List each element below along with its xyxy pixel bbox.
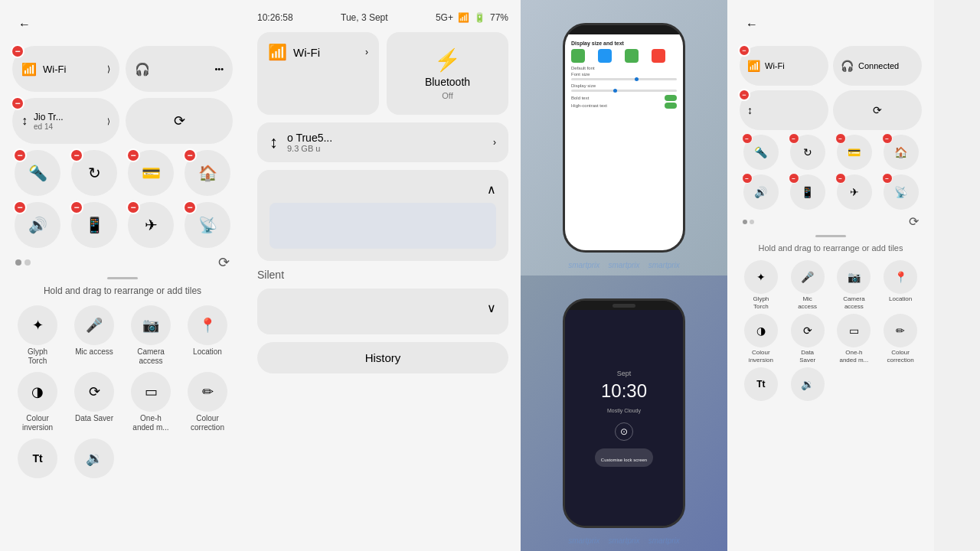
chevron-down-icon[interactable]: ∨ — [487, 301, 496, 315]
p4-camera-tile[interactable]: 📷 — [837, 260, 871, 294]
p4-airplane-tile[interactable]: − ✈ — [837, 174, 872, 210]
chevron-up-icon[interactable]: ∧ — [487, 182, 496, 197]
airplane-tile[interactable]: − ✈ — [128, 202, 174, 248]
p4-mic-icon: 🎤 — [801, 271, 814, 283]
p4-volume-tile[interactable]: − 🔊 — [743, 174, 779, 210]
phone-screen-bottom: Sept 10:30 Mostly Cloudy ⊙ Customise loc… — [565, 310, 683, 526]
remove-volume[interactable]: − — [13, 201, 27, 214]
history-icon[interactable]: ⟳ — [218, 254, 230, 271]
add-glyph-tile[interactable]: ✦ — [18, 305, 57, 345]
mobile-data-tile[interactable]: − ↕ Jio Tr... ed 14 ⟩ — [12, 98, 119, 144]
add-datasaver-tile[interactable]: ⟳ — [74, 372, 114, 412]
volume-tile[interactable]: − 🔊 — [15, 202, 60, 248]
p4-mic-tile[interactable]: 🎤 — [791, 260, 825, 294]
wifi-arrow[interactable]: › — [365, 47, 368, 57]
p4-autorotate-tile[interactable]: − ↻ — [790, 135, 825, 170]
boldtext-toggle[interactable] — [665, 95, 677, 101]
p4-mic-label: Micaccess — [798, 295, 817, 310]
add-sound-tile[interactable]: 🔉 — [74, 439, 114, 478]
p4-remove-airplane[interactable]: − — [835, 173, 846, 184]
p4-remove-wallet[interactable]: − — [835, 133, 846, 144]
add-onehand-tile[interactable]: ▭ — [131, 372, 171, 412]
add-colorcorr-tile[interactable]: ✏ — [188, 372, 227, 412]
p4-home-tile[interactable]: − 🏠 — [884, 135, 919, 170]
fontsize-slider[interactable] — [571, 78, 677, 80]
p4-wifi-tile[interactable]: − 📶 Wi-Fi — [740, 46, 828, 86]
p4-screen-icon: 📱 — [801, 186, 814, 198]
p4-mobiledata-tile[interactable]: − ↕ — [740, 90, 828, 130]
p4-remove-vol[interactable]: − — [742, 173, 753, 184]
remove-autorotate[interactable]: − — [70, 148, 83, 162]
phone-mockup-bottom: Sept 10:30 Mostly Cloudy ⊙ Customise loc… — [563, 298, 685, 528]
p4-remove-screen[interactable]: − — [789, 173, 799, 184]
add-location-tile[interactable]: 📍 — [188, 305, 227, 345]
add-mic-tile[interactable]: 🎤 — [74, 305, 114, 345]
p4-remove-wifi[interactable]: − — [738, 44, 750, 57]
headphones-icon: 🎧 — [135, 62, 150, 77]
back-button[interactable]: ← — [12, 12, 37, 37]
page-dot-2 — [24, 259, 31, 266]
sync-tile[interactable]: ⟳ — [126, 98, 233, 144]
wifi-large-tile[interactable]: 📶 Wi-Fi › — [257, 32, 379, 115]
screen-tile[interactable]: − 📱 — [71, 202, 117, 248]
add-tt-wrapper: Tt — [12, 439, 63, 481]
p4-history-icon[interactable]: ⟳ — [909, 214, 919, 229]
p4-sync-tile[interactable]: ⟳ — [833, 90, 922, 130]
p4-wallet-tile[interactable]: − 💳 — [837, 135, 872, 170]
remove-wallet[interactable]: − — [126, 148, 140, 162]
flashlight-tile[interactable]: − 🔦 — [15, 150, 60, 196]
connected-tile[interactable]: 🎧 ••• — [126, 46, 233, 92]
home-tile[interactable]: − 🏠 — [185, 150, 230, 196]
p4-remove-rotate[interactable]: − — [789, 133, 799, 144]
remove-home[interactable]: − — [183, 148, 197, 162]
mobiledata-arrow[interactable]: › — [493, 137, 496, 148]
customize-btn[interactable]: Customise lock screen — [595, 448, 653, 467]
p4-colorinv-tile[interactable]: ◑ — [744, 314, 778, 347]
location-icon: 📍 — [199, 317, 216, 334]
p4-datasaver-tile[interactable]: ⟳ — [791, 314, 825, 347]
p4-glyph-tile[interactable]: ✦ — [744, 260, 778, 294]
p4-colorcorr-tile[interactable]: ✏ — [884, 314, 917, 347]
chevron-up[interactable]: ∧ — [270, 182, 496, 197]
highcontrast-toggle[interactable] — [665, 103, 677, 109]
p4-back-button[interactable]: ← — [740, 12, 764, 37]
p4-wifi2-tile[interactable]: − 📡 — [884, 174, 919, 210]
add-tt-tile[interactable]: Tt — [18, 439, 57, 478]
remove-mobiledata[interactable]: − — [11, 96, 24, 110]
wifi-expand[interactable]: ⟩ — [107, 64, 110, 74]
add-camera-tile[interactable]: 📷 — [131, 305, 171, 345]
remove-wifi2[interactable]: − — [183, 201, 197, 214]
p4-remove-flash[interactable]: − — [742, 133, 753, 144]
p4-screen-tile[interactable]: − 📱 — [790, 174, 825, 210]
p4-hearing-tile[interactable]: 🔉 — [791, 367, 825, 401]
notification-area-bottom: ∨ — [257, 289, 508, 334]
autorotate-tile[interactable]: − ↻ — [71, 150, 117, 196]
p4-tt-tile[interactable]: Tt — [744, 367, 778, 401]
fingerprint-icon[interactable]: ⊙ — [615, 422, 633, 441]
remove-wifi[interactable]: − — [11, 44, 24, 58]
large-tiles-row: 📶 Wi-Fi › ⚡ Bluetooth Off — [257, 32, 508, 115]
add-mic-wrapper: 🎤 Mic access — [69, 305, 119, 366]
wallet-tile[interactable]: − 💳 — [128, 150, 174, 196]
bluetooth-large-tile[interactable]: ⚡ Bluetooth Off — [387, 32, 508, 115]
p4-remove-data[interactable]: − — [738, 89, 750, 101]
wifi2-tile[interactable]: − 📡 — [185, 202, 230, 248]
p4-camera-label: Cameraaccess — [843, 295, 864, 310]
p4-onehand-tile[interactable]: ▭ — [837, 314, 871, 347]
p4-flashlight-tile[interactable]: − 🔦 — [743, 135, 779, 170]
wifi-tile[interactable]: − 📶 Wi-Fi ⟩ — [12, 46, 119, 92]
history-button[interactable]: History — [257, 342, 508, 373]
data-expand[interactable]: ⟩ — [107, 117, 110, 126]
remove-airplane[interactable]: − — [126, 201, 140, 214]
mobiledata-large-tile[interactable]: ↕ o True5... 9.3 GB u › — [257, 122, 508, 162]
remove-flashlight[interactable]: − — [13, 148, 27, 162]
p4-remove-wifi2[interactable]: − — [882, 173, 893, 184]
displaysize-slider[interactable] — [571, 90, 677, 92]
add-colorinv-tile[interactable]: ◑ — [18, 372, 57, 412]
p4-remove-home[interactable]: − — [882, 133, 893, 144]
p4-connected-tile[interactable]: 🎧 Connected — [833, 46, 922, 86]
panel2-notification-shade: 10:26:58 Tue, 3 Sept 5G+ 📶 🔋 77% 📶 Wi-Fi… — [245, 0, 521, 551]
remove-screen[interactable]: − — [70, 201, 83, 214]
p4-location-tile[interactable]: 📍 — [884, 260, 917, 294]
autorotate-wrapper: − ↻ — [69, 150, 119, 196]
